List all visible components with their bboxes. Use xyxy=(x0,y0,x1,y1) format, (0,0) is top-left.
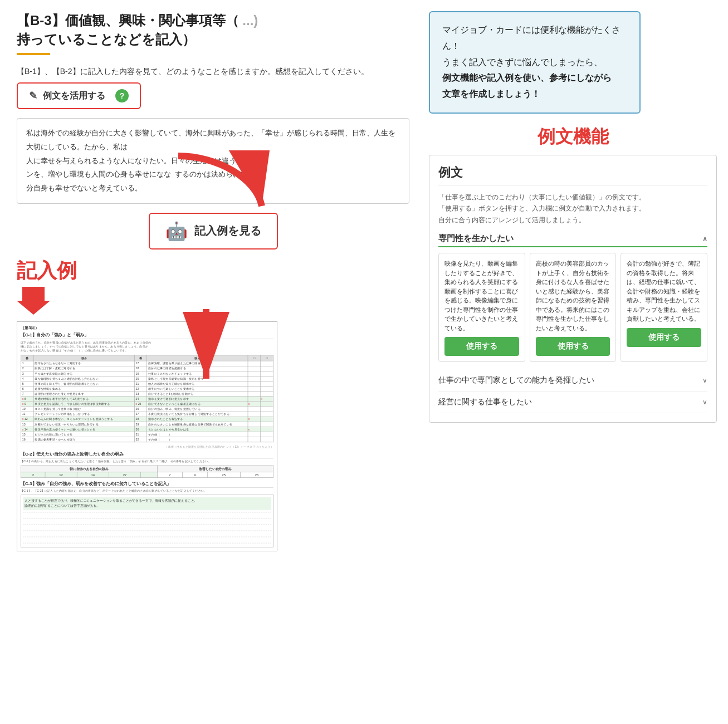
table-row: 15ビジネスの前に適いてとする31その他（ ） xyxy=(21,432,273,437)
c3-input-area: 人と接することが得意であり、積極的にコミュニケーションを取ることができる一方で、… xyxy=(21,495,273,547)
reibun-desc: 「仕事を選ぶ上でのこだわり（大事にしたい価値観）」の例文です。 「使用する」ボタ… xyxy=(438,192,707,226)
category2-row[interactable]: 仕事の中で専門家としての能力を発揮したい ∨ xyxy=(438,370,707,392)
mascot-icon: 🤖 xyxy=(165,221,188,242)
table-row: 2副長には了解・柔軟に対応する18自分の仕事の目標を把握する xyxy=(21,366,273,371)
reibun-panel: 例文 「仕事を選ぶ上でのこだわり（大事にしたい価値観）」の例文です。 「使用する… xyxy=(429,155,717,423)
cards-row: 映像を見たり、動画を編集したりすることが好きで、集められる人を笑顔にする動画を制… xyxy=(438,253,707,362)
chevron-up-icon: ∧ xyxy=(702,235,707,243)
title-underline xyxy=(17,53,50,55)
table-row: 7論理的に整理された考えや意見を出す23自分できること3を検画し行動する xyxy=(21,391,273,396)
table-row: 5仕事の前を前を守り、倫理的な問題着をとこない21他人の感覚を知り正確なを確保す… xyxy=(21,381,273,386)
record-btn-area: 🤖 記入例を見る xyxy=(17,213,409,250)
card2-text: 高校の時の美容部員のカットが上手く、自分も技術を身に付けるな人を喜ばせたいと感じ… xyxy=(536,259,610,332)
table-row: x 9事実と意見を認識して、できる部分の整理は状況判断するx 25自分できないと… xyxy=(21,401,273,406)
use-button-2[interactable]: 使用する xyxy=(536,337,610,356)
table-row: 4異な倫理観を持ち１人に適切な対処し方もしない20業務として能力前必要な知識・技… xyxy=(21,376,273,381)
title-block: 【B-3】価値観、興味・関心事項等（ ...) 持っていることなどを記入） xyxy=(17,11,409,55)
instruction-text: 【B-1】、【B-2】に記入した内容を見て、どのようなことを感じますか。感想を記… xyxy=(17,67,369,76)
c2-row: 2 12 14 27 7 9 25 26 xyxy=(21,472,273,477)
card1-text: 映像を見たり、動画を編集したりすることが好きで、集められる人を笑顔にする動画を制… xyxy=(444,259,519,332)
right-column: マイジョブ・カードには便利な機能がたくさん！ うまく記入できずに悩んでしまったら… xyxy=(423,0,728,686)
document-preview: （第3回） 【C-1】自分の「強み」と「弱み」 以下の表のうち、自分が普段に自信… xyxy=(17,321,409,675)
use-button-1[interactable]: 使用する xyxy=(444,337,519,356)
example-card-3: 会計の勉強が好きで、簿記の資格を取得した。将来は、経理の仕事に就いて、会計や財務… xyxy=(620,253,707,362)
reibun-feature-label-area: 例文機能 xyxy=(429,125,717,149)
table-row: x 12関わる人に聞き求ない、コミュニケーションを意識うとする28指示されたこと… xyxy=(21,417,273,422)
table-row: x 8共通の情報を相手が活用して1表現できる24指示を受けて適切に意見を示すx xyxy=(21,396,273,401)
reibun-panel-header: 例文 xyxy=(438,164,707,186)
info-box-text: マイジョブ・カードには便利な機能がたくさん！ うまく記入できずに悩んでしまったら… xyxy=(442,25,620,99)
doc-c2-title: 【C-2】伝えたい自分の強みと改善したい自分の弱み xyxy=(21,451,273,458)
category1-header: 専門性を生かしたい ∧ xyxy=(438,233,707,247)
table-row: x 14発足不良の流れ使うマナーの速いに状ととする30もとないとはとやら見るかは… xyxy=(21,427,273,432)
help-icon[interactable]: ? xyxy=(115,89,129,102)
example-card-1: 映像を見たり、動画を編集したりすることが好きで、集められる人を笑顔にする動画を制… xyxy=(438,253,525,362)
example-button-label: 例文を活用する xyxy=(43,90,105,102)
page-container: 【B-3】価値観、興味・関心事項等（ ...) 持っていることなどを記入） 【B… xyxy=(0,0,728,686)
table-row: 13決断ができない状況・やりたいな理問に対応する29自分のなさいことを独断単身な… xyxy=(21,422,273,427)
table-row: 1指示をされたらなるだーに対応する17自律決断、課題を乗り越えた仕事の目線を立て… xyxy=(21,361,273,366)
chevron-down-icon-2: ∨ xyxy=(702,376,707,384)
edit-icon: ✎ xyxy=(29,90,37,102)
info-box: マイジョブ・カードには便利な機能がたくさん！ うまく記入できずに悩んでしまったら… xyxy=(429,11,641,114)
table-row: 16知識の参考事項・ルールを誤う32その他（ ） xyxy=(21,437,273,442)
example-use-button[interactable]: ✎ 例文を活用する ? xyxy=(17,82,141,109)
page-title: 【B-3】価値観、興味・関心事項等（ ...) 持っていることなどを記入） xyxy=(17,11,409,48)
body-text: 私は海外での経験が自分に大きく影響していて、海外に興味があった、「幸せ」が感じら… xyxy=(26,126,400,195)
chevron-down-icon-3: ∨ xyxy=(702,398,707,406)
use-button-3[interactable]: 使用する xyxy=(627,328,701,347)
doc-c3-title: 【C-3】強み「自分の強み、弱みを改善するために努力していることを記入」 xyxy=(21,480,273,487)
table-row: 3手を抜かず真剣取に対応する19仕事にミスがないかチェックする xyxy=(21,371,273,376)
doc-section-label: （第3回） xyxy=(21,325,273,331)
reibun-feature-label: 例文機能 xyxy=(538,126,609,146)
example-button-area: ✎ 例文を活用する ? xyxy=(17,82,409,109)
table-row: 10コスト意識を持って仕事に取り組む26自分の強み、弱み、得意を把握している xyxy=(21,406,273,411)
kinyu-label: 記入例 xyxy=(17,257,77,317)
left-column: 【B-3】価値観、興味・関心事項等（ ...) 持っていることなどを記入） 【B… xyxy=(0,0,423,686)
table-row: 6必要な情報を集める22相手について楽しいことを要求する xyxy=(21,386,273,391)
doc-c1-title: 【C-1】自分の「強み」と「弱み」 xyxy=(21,331,273,339)
body-text-area: 私は海外での経験が自分に大きく影響していて、海外に興味があった、「幸せ」が感じら… xyxy=(17,118,409,203)
svg-marker-0 xyxy=(17,287,50,315)
record-example-button[interactable]: 🤖 記入例を見る xyxy=(149,213,278,250)
card3-text: 会計の勉強が好きで、簿記の資格を取得した。将来は、経理の仕事に就いて、会計や財務… xyxy=(627,259,701,324)
doc-c1-note: 以下の表のうち、自分が普段に自信があると思うもの、ある程度自信があるもの等に、あ… xyxy=(21,340,273,353)
table-row: 11プレゼンテーションの準備をしっかりする27不責任状況においても気持ちを分離し… xyxy=(21,412,273,417)
record-button-label: 記入例を見る xyxy=(194,223,261,238)
category3-row[interactable]: 経営に関する仕事をしたい ∨ xyxy=(438,392,707,413)
down-arrow-icon xyxy=(17,287,50,315)
example-card-2: 高校の時の美容部員のカットが上手く、自分も技術を身に付けるな人を喜ばせたいと感じ… xyxy=(530,253,617,362)
c3-example-text: 人と接することが得意であり、積極的にコミュニケーションを取ることができる一方で、… xyxy=(23,497,271,510)
